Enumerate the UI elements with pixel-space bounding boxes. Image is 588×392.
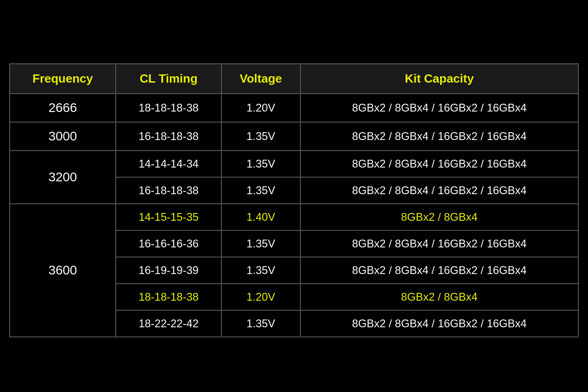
cell-voltage: 1.40V [221,204,300,230]
cell-cl-timing: 18-22-22-42 [116,310,221,337]
col-kit-capacity: Kit Capacity [300,64,578,94]
table-row: 360014-15-15-351.40V8GBx2 / 8GBx4 [10,204,578,230]
cell-cl-timing: 16-16-16-36 [116,230,221,257]
cell-frequency: 3000 [10,122,116,151]
cell-kit-capacity: 8GBx2 / 8GBx4 / 16GBx2 / 16GBx4 [300,177,578,204]
col-voltage: Voltage [221,64,300,94]
cell-kit-capacity: 8GBx2 / 8GBx4 / 16GBx2 / 16GBx4 [300,230,578,257]
cell-voltage: 1.35V [221,177,300,204]
cell-voltage: 1.35V [221,257,300,284]
col-frequency: Frequency [10,64,116,94]
cell-kit-capacity: 8GBx2 / 8GBx4 / 16GBx2 / 16GBx4 [300,257,578,284]
cell-voltage: 1.35V [221,230,300,257]
cell-kit-capacity: 8GBx2 / 8GBx4 [300,204,578,230]
specs-table: Frequency CL Timing Voltage Kit Capacity… [9,63,579,337]
cell-voltage: 1.35V [221,122,300,151]
cell-voltage: 1.20V [221,284,300,310]
cell-kit-capacity: 8GBx2 / 8GBx4 / 16GBx2 / 16GBx4 [300,151,578,177]
main-container: Frequency CL Timing Voltage Kit Capacity… [5,46,583,347]
table-row: 266618-18-18-381.20V8GBx2 / 8GBx4 / 16GB… [10,94,578,122]
table-header-row: Frequency CL Timing Voltage Kit Capacity [10,64,578,94]
cell-kit-capacity: 8GBx2 / 8GBx4 / 16GBx2 / 16GBx4 [300,122,578,151]
cell-voltage: 1.35V [221,151,300,177]
cell-cl-timing: 14-14-14-34 [116,151,221,177]
cell-kit-capacity: 8GBx2 / 8GBx4 [300,284,578,310]
cell-voltage: 1.20V [221,94,300,122]
cell-cl-timing: 16-18-18-38 [116,122,221,151]
cell-cl-timing: 14-15-15-35 [116,204,221,230]
table-row: 320014-14-14-341.35V8GBx2 / 8GBx4 / 16GB… [10,151,578,177]
table-row: 300016-18-18-381.35V8GBx2 / 8GBx4 / 16GB… [10,122,578,151]
cell-voltage: 1.35V [221,310,300,337]
cell-kit-capacity: 8GBx2 / 8GBx4 / 16GBx2 / 16GBx4 [300,310,578,337]
cell-cl-timing: 18-18-18-38 [116,94,221,122]
cell-frequency: 3200 [10,151,116,204]
col-cl-timing: CL Timing [116,64,221,94]
cell-frequency: 2666 [10,94,116,122]
cell-frequency: 3600 [10,204,116,337]
cell-cl-timing: 16-19-19-39 [116,257,221,284]
cell-cl-timing: 18-18-18-38 [116,284,221,310]
cell-kit-capacity: 8GBx2 / 8GBx4 / 16GBx2 / 16GBx4 [300,94,578,122]
cell-cl-timing: 16-18-18-38 [116,177,221,204]
